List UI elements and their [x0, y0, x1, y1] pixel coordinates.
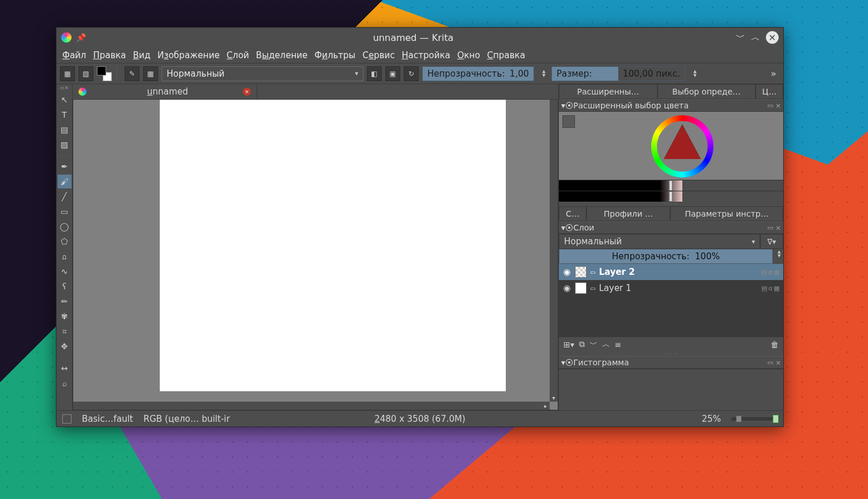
layer-name[interactable]: Layer 2 [599, 267, 634, 277]
menu-help[interactable]: Справка [487, 50, 525, 61]
tool-multibrush[interactable]: ✾ [58, 309, 72, 323]
menu-file[interactable]: Файл [62, 50, 86, 61]
lock-icon[interactable]: ▤ [761, 269, 767, 276]
alpha-inherit-icon[interactable]: ▦ [774, 269, 780, 276]
maximize-button[interactable]: ︿ [751, 32, 760, 44]
tool-gradient-edit[interactable]: ▨ [58, 138, 72, 152]
tool-move[interactable]: ↖ [58, 93, 72, 107]
tool-calligraphy[interactable]: ✒ [58, 160, 72, 173]
tab-specific[interactable]: Выбор опреде… [657, 84, 756, 99]
tool-measure[interactable]: ↔ [58, 361, 72, 375]
alpha-inherit-icon[interactable]: ▦ [774, 285, 780, 292]
toolbox-header[interactable]: ▭× [57, 85, 72, 92]
float-icon[interactable]: ▭ [767, 359, 773, 366]
move-up-button[interactable]: ︿ [602, 339, 610, 350]
menu-tools[interactable]: Сервис [362, 50, 394, 61]
menu-view[interactable]: Вид [133, 50, 151, 61]
fg-color[interactable] [97, 66, 106, 75]
toolbar-overflow[interactable]: » [767, 68, 780, 79]
gradient-button[interactable]: ▦ [60, 66, 75, 81]
tab-color[interactable]: Ц… [756, 84, 783, 99]
layer-item-1[interactable]: ◉ ▭ Layer 1 ▤α▦ [559, 280, 783, 296]
tool-dynamic[interactable]: ✏ [58, 294, 72, 308]
tool-rectangle[interactable]: ▭ [58, 205, 72, 218]
titlebar[interactable]: 📌 unnamed — Krita ﹀ ︿ ✕ [57, 28, 783, 47]
status-zoom[interactable]: 25% [702, 414, 721, 424]
menu-image[interactable]: Изображение [157, 50, 220, 61]
brush-preset-button[interactable]: ✎ [125, 66, 140, 81]
layer-blend-mode[interactable]: Нормальный [559, 234, 760, 249]
alpha-icon[interactable]: α [768, 269, 773, 276]
lock-icon[interactable]: ▤ [761, 285, 767, 292]
pattern-button[interactable]: ▨ [78, 66, 93, 81]
alpha-lock-toggle[interactable]: ▣ [385, 66, 400, 81]
visibility-icon[interactable]: ◉ [562, 283, 572, 293]
visibility-icon[interactable]: ◉ [562, 267, 572, 277]
menu-window[interactable]: Окно [457, 50, 480, 61]
color-swatch[interactable] [97, 66, 112, 81]
opacity-slider[interactable]: Непрозрачность: 1,00 [422, 66, 534, 81]
scrollbar-vertical[interactable]: ▾ [550, 100, 558, 402]
opacity-spin[interactable]: ▲▼ [540, 70, 548, 78]
tool-polygon[interactable]: ⬠ [58, 235, 72, 248]
tab-profiles[interactable]: Профили … [587, 206, 670, 221]
add-layer-button[interactable]: ⊞▾ [563, 340, 574, 349]
layer-properties-button[interactable]: ≡ [615, 340, 622, 349]
layer-item-2[interactable]: ◉ ▭ Layer 2 ▤α▦ [559, 264, 783, 280]
tool-line[interactable]: ╱ [58, 190, 72, 203]
eraser-toggle[interactable]: ◧ [367, 66, 382, 81]
menu-edit[interactable]: Правка [93, 50, 126, 61]
layer-opacity-spin[interactable]: ▲▼ [775, 249, 783, 264]
color-bar-1[interactable] [559, 180, 783, 191]
layer-opacity-slider[interactable]: Непрозрачность: 100% [559, 249, 773, 264]
histogram-header[interactable]: ▾⦿ Гистограмма ▭ × [559, 356, 783, 369]
blend-mode-select[interactable]: Нормальный [161, 66, 363, 81]
tool-text[interactable]: T [58, 108, 72, 122]
float-icon[interactable]: ▭ [767, 224, 773, 232]
canvas-page[interactable] [160, 100, 506, 391]
close-button[interactable]: ✕ [766, 31, 779, 44]
panel-split-handle[interactable]: ⋯⋯⋯ [559, 202, 783, 206]
status-brush[interactable]: Basic…fault [82, 414, 133, 424]
reload-preset-button[interactable]: ↻ [404, 66, 419, 81]
canvas-viewport[interactable]: ▾ ▸ [73, 99, 558, 410]
delete-layer-button[interactable]: 🗑 [771, 340, 779, 349]
close-dock-icon[interactable]: × [776, 102, 781, 109]
minimize-button[interactable]: ﹀ [736, 32, 745, 44]
tool-picker[interactable]: ⌕ [58, 376, 72, 390]
zoom-slider[interactable] [731, 417, 777, 421]
document-tab[interactable]: unnamed × [73, 84, 257, 99]
color-bar-2[interactable] [559, 191, 783, 202]
duplicate-layer-button[interactable]: ⧉ [579, 339, 585, 349]
picker-mode-button[interactable] [562, 115, 575, 128]
size-spin[interactable]: ▲▼ [691, 70, 699, 78]
float-icon[interactable]: ▭ [767, 102, 773, 109]
pin-icon[interactable]: 📌 [76, 33, 86, 42]
tool-crop[interactable]: ⌗ [58, 324, 72, 338]
move-down-button[interactable]: ﹀ [589, 339, 598, 350]
tool-bezier[interactable]: ∿ [58, 264, 72, 278]
status-colorspace[interactable]: RGB (цело… built-ir [144, 414, 230, 424]
brush-editor-button[interactable]: ▦ [143, 66, 158, 81]
menu-settings[interactable]: Настройка [401, 50, 450, 61]
color-picker[interactable] [559, 112, 783, 202]
tab-advanced[interactable]: Расширенны… [559, 84, 657, 99]
close-tab-icon[interactable]: × [243, 88, 251, 96]
menu-select[interactable]: Выделение [256, 50, 307, 61]
color-picker-header[interactable]: ▾⦿ Расширенный выбор цвета ▭ × [559, 99, 783, 112]
tool-transform[interactable]: ✥ [58, 339, 72, 353]
tool-brush[interactable]: 🖌 [58, 175, 72, 188]
tool-freehand-path[interactable]: ʕ [58, 279, 72, 293]
layer-filter-button[interactable]: ∇▾ [760, 234, 783, 249]
close-dock-icon[interactable]: × [776, 224, 781, 232]
layer-name[interactable]: Layer 1 [599, 283, 631, 293]
tool-pattern-edit[interactable]: ▤ [58, 123, 72, 137]
status-selection-icon[interactable] [62, 414, 72, 424]
menu-layer[interactable]: Слой [227, 50, 249, 61]
tool-ellipse[interactable]: ◯ [58, 220, 72, 233]
tool-polyline[interactable]: ⩍ [58, 250, 72, 263]
menu-filters[interactable]: Фильтры [314, 50, 355, 61]
tab-s[interactable]: С… [559, 206, 587, 221]
size-slider[interactable]: Размер: 100,00 пикс. [551, 66, 685, 81]
tab-tool-options[interactable]: Параметры инстр… [670, 206, 783, 221]
